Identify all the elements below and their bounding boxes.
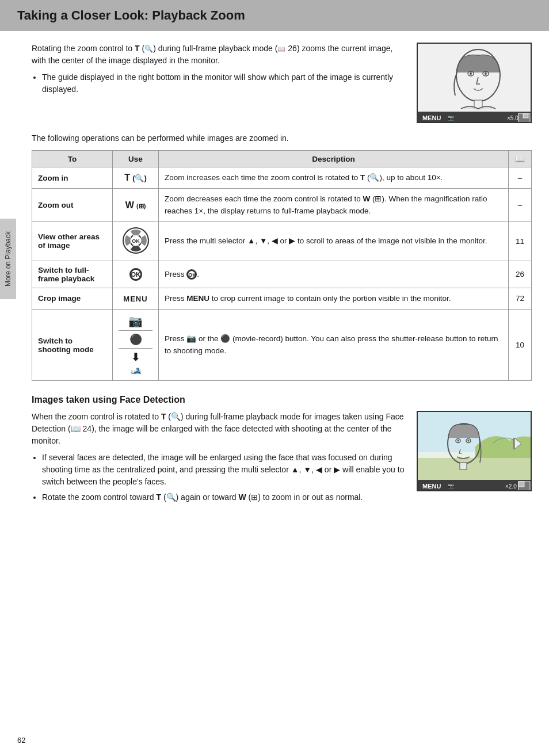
intro-list: The guide displayed in the right bottom …	[42, 71, 405, 96]
row-desc-zoom-out: Zoom decreases each time the zoom contro…	[159, 189, 509, 222]
intro-paragraph: Rotating the zoom control to T (🔍) durin…	[32, 43, 405, 67]
face-detection-title: Images taken using Face Detection	[32, 395, 532, 405]
row-use-shoot: 📷 ⚫ ⬇ 🎿	[113, 310, 159, 381]
face-detection-list: If several faces are detected, the image…	[42, 452, 405, 503]
face-detection-bullet-1: If several faces are detected, the image…	[42, 452, 405, 488]
row-use-view-areas: OK	[113, 222, 159, 261]
row-to-zoom-in: Zoom in	[32, 167, 113, 189]
table-row: Switch to shooting mode 📷 ⚫ ⬇ 🎿 Press 📷	[32, 310, 532, 381]
face-illustration-2: MENU 📷 ×2.0	[418, 412, 532, 491]
row-use-zoom-in: T (🔍)	[113, 167, 159, 189]
sidebar-tab: More on Playback	[0, 219, 16, 299]
header-description: Description	[159, 151, 509, 167]
svg-rect-25	[460, 463, 467, 469]
svg-text:📷: 📷	[448, 483, 455, 490]
row-use-zoom-out: W (⊞)	[113, 189, 159, 222]
row-desc-fullframe: Press OK.	[159, 261, 509, 288]
row-use-fullframe: OK	[113, 261, 159, 288]
row-desc-zoom-in: Zoom increases each time the zoom contro…	[159, 167, 509, 189]
camera-display-1: MENU 📷 ×5.0	[417, 43, 532, 123]
row-to-fullframe: Switch to full-frame playback	[32, 261, 113, 288]
svg-text:📷: 📷	[448, 114, 455, 121]
face-detection-section: Images taken using Face Detection When t…	[32, 395, 532, 507]
row-desc-view-areas: Press the multi selector ▲, ▼, ◀ or ▶ to…	[159, 222, 509, 261]
header-ref: 📖	[509, 151, 532, 167]
svg-point-5	[485, 72, 487, 75]
row-use-crop: MENU	[113, 288, 159, 309]
table-row: Crop image MENU Press MENU to crop curre…	[32, 288, 532, 309]
camera-icon: 📷	[128, 314, 143, 328]
bottom-image-area: MENU 📷 ×2.0	[417, 411, 532, 507]
ok-button-icon: OK	[129, 268, 142, 281]
row-to-crop: Crop image	[32, 288, 113, 309]
row-to-zoom-out: Zoom out	[32, 189, 113, 222]
svg-rect-31	[518, 482, 524, 487]
bottom-text: When the zoom control is rotated to T (🔍…	[32, 411, 405, 507]
table-row: View other areas of image OK	[32, 222, 532, 261]
svg-point-24	[468, 440, 470, 442]
divider	[119, 330, 152, 331]
row-ref-view-areas: 11	[509, 222, 532, 261]
bottom-content: When the zoom control is rotated to T (🔍…	[32, 411, 532, 507]
row-desc-crop: Press MENU to crop current image to cont…	[159, 288, 509, 309]
face-illustration-1: MENU 📷 ×5.0	[418, 44, 532, 123]
svg-point-22	[458, 440, 459, 442]
row-ref-zoom-in: –	[509, 167, 532, 189]
row-desc-shoot: Press 📷 or the ⚫ (movie-record) button. …	[159, 310, 509, 381]
intro-text: Rotating the zoom control to T (🔍) durin…	[32, 43, 405, 123]
intro-section: Rotating the zoom control to T (🔍) durin…	[32, 43, 532, 123]
table-row: Zoom out W (⊞) Zoom decreases each time …	[32, 189, 532, 222]
sidebar-label: More on Playback	[4, 231, 12, 287]
svg-text:MENU: MENU	[422, 114, 441, 121]
divider	[119, 348, 152, 349]
page-number: 62	[17, 736, 25, 744]
row-ref-shoot: 10	[509, 310, 532, 381]
face-detection-paragraph: When the zoom control is rotated to T (🔍…	[32, 411, 405, 447]
camera-display-2: MENU 📷 ×2.0	[417, 411, 532, 491]
menu-icon: MENU	[123, 295, 147, 303]
shooting-mode-icons: 📷 ⚫ ⬇ 🎿	[119, 314, 152, 376]
shutter-base-icon: 🎿	[130, 365, 142, 376]
row-to-shoot: Switch to shooting mode	[32, 310, 113, 381]
row-ref-crop: 72	[509, 288, 532, 309]
svg-rect-12	[523, 114, 528, 118]
page-header: Taking a Closer Look: Playback Zoom	[0, 0, 549, 31]
shutter-icon: ⬇	[131, 351, 140, 364]
page-title: Taking a Closer Look: Playback Zoom	[17, 8, 532, 23]
intro-image-area: MENU 📷 ×5.0	[417, 43, 532, 123]
table-row: Switch to full-frame playback OK Press O…	[32, 261, 532, 288]
operations-table: To Use Description 📖 Zoom in T (🔍) Zoom …	[32, 150, 532, 381]
header-to: To	[32, 151, 113, 167]
face-detection-bullet-2: Rotate the zoom control toward T (🔍) aga…	[42, 491, 405, 503]
row-ref-zoom-out: –	[509, 189, 532, 222]
svg-text:×5.0: ×5.0	[507, 115, 518, 121]
record-button-icon: ⚫	[129, 333, 142, 346]
svg-point-3	[470, 72, 472, 75]
svg-text:OK: OK	[132, 238, 140, 244]
row-to-view-areas: View other areas of image	[32, 222, 113, 261]
row-ref-fullframe: 26	[509, 261, 532, 288]
intro-bullet: The guide displayed in the right bottom …	[42, 71, 405, 96]
header-use: Use	[113, 151, 159, 167]
page-container: More on Playback Taking a Closer Look: P…	[0, 0, 549, 756]
table-row: Zoom in T (🔍) Zoom increases each time t…	[32, 167, 532, 189]
table-intro: The following operations can be performe…	[32, 132, 532, 144]
multi-selector-icon: OK	[122, 227, 150, 254]
main-content: Rotating the zoom control to T (🔍) durin…	[0, 43, 549, 507]
svg-rect-19	[418, 458, 532, 480]
svg-text:MENU: MENU	[422, 483, 441, 490]
svg-text:×2.0: ×2.0	[505, 483, 517, 490]
